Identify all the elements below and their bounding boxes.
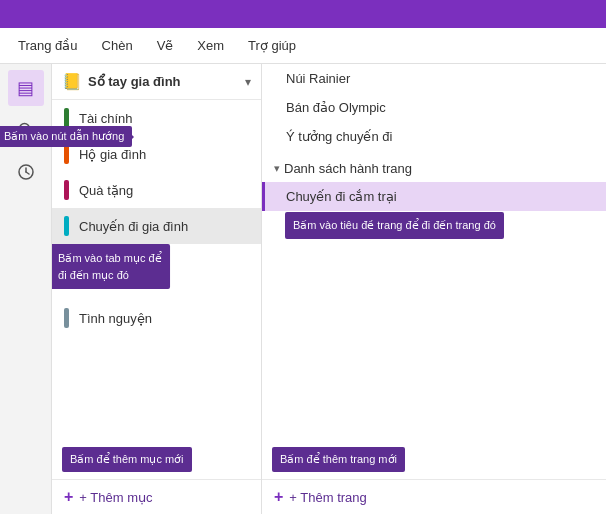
main-container: Bấm vào nút dẫn hướng ▤ 📒 Sổ tay gia đìn… <box>0 64 606 514</box>
section-color-ho-gia-dinh <box>64 144 69 164</box>
page-item-cam-trai[interactable]: Chuyến đi cắm trại Bấm vào tiêu đề trang… <box>262 182 606 211</box>
notebook-chevron-icon: ▾ <box>245 75 251 89</box>
page-list: Núi Rainier Bán đảo Olympic Ý tưởng chuy… <box>262 64 606 479</box>
page-item-chuyen-di[interactable]: Danh sách chuyến đi <box>262 211 606 240</box>
notebook-title: Sổ tay gia đình <box>88 74 239 89</box>
menu-ve[interactable]: Vẽ <box>147 34 184 57</box>
section-color-tinh-nguyen <box>64 308 69 328</box>
menu-tro-giup[interactable]: Trợ giúp <box>238 34 306 57</box>
section-item-ho-gia-dinh[interactable]: Hộ gia đình <box>52 136 261 172</box>
page-group-label: Danh sách hành trang <box>284 161 412 176</box>
section-color-qua-tang <box>64 180 69 200</box>
add-section-label: + Thêm mục <box>79 490 152 505</box>
pages-panel: Núi Rainier Bán đảo Olympic Ý tưởng chuy… <box>262 64 606 514</box>
svg-line-4 <box>26 172 29 174</box>
section-item-tai-chinh[interactable]: Tài chính <box>52 100 261 136</box>
section-tooltip: Bấm vào tab mục để đi đến mục đó <box>52 244 170 289</box>
page-item-ban-dao[interactable]: Bán đảo Olympic <box>262 93 606 122</box>
menu-chen[interactable]: Chèn <box>92 34 143 57</box>
menu-trang-dau[interactable]: Trang đầu <box>8 34 88 57</box>
section-color-chuyen-di <box>64 216 69 236</box>
notebook-header[interactable]: 📒 Sổ tay gia đình ▾ <box>52 64 261 100</box>
group-chevron-icon: ▾ <box>274 162 280 175</box>
section-item-qua-tang[interactable]: Quà tặng <box>52 172 261 208</box>
notebook-panel: 📒 Sổ tay gia đình ▾ Tài chính Hộ gia đìn… <box>52 64 262 514</box>
plus-page-icon: + <box>274 488 283 506</box>
section-color-tai-chinh <box>64 108 69 128</box>
search-icon[interactable] <box>8 112 44 148</box>
add-page-label: + Thêm trang <box>289 490 366 505</box>
section-item-chuyen-di[interactable]: Chuyến đi gia đình Bấm vào tab mục để đi… <box>52 208 261 244</box>
history-icon[interactable] <box>8 154 44 190</box>
sidebar: Bấm vào nút dẫn hướng ▤ <box>0 64 52 514</box>
add-page-button[interactable]: Bấm để thêm trang mới + + Thêm trang <box>262 479 606 514</box>
add-section-button[interactable]: Bấm để thêm mục mới + + Thêm mục <box>52 479 261 514</box>
page-group-hanh-trang: ▾ Danh sách hành trang Chuyến đi cắm trạ… <box>262 151 606 244</box>
section-list: Tài chính Hộ gia đình Quà tặng Chuyến đi… <box>52 100 261 479</box>
menu-bar: Trang đầu Chèn Vẽ Xem Trợ giúp <box>0 28 606 64</box>
svg-line-1 <box>28 133 33 138</box>
page-item-y-tuong[interactable]: Ý tưởng chuyến đi <box>262 122 606 151</box>
plus-icon: + <box>64 488 73 506</box>
menu-xem[interactable]: Xem <box>187 34 234 57</box>
notebook-icon: 📒 <box>62 72 82 91</box>
section-item-tinh-nguyen[interactable]: Tình nguyện <box>52 300 261 336</box>
top-bar <box>0 0 606 28</box>
page-item-nui-rainier[interactable]: Núi Rainier <box>262 64 606 93</box>
library-icon[interactable]: ▤ <box>8 70 44 106</box>
page-group-header[interactable]: ▾ Danh sách hành trang <box>262 155 606 182</box>
